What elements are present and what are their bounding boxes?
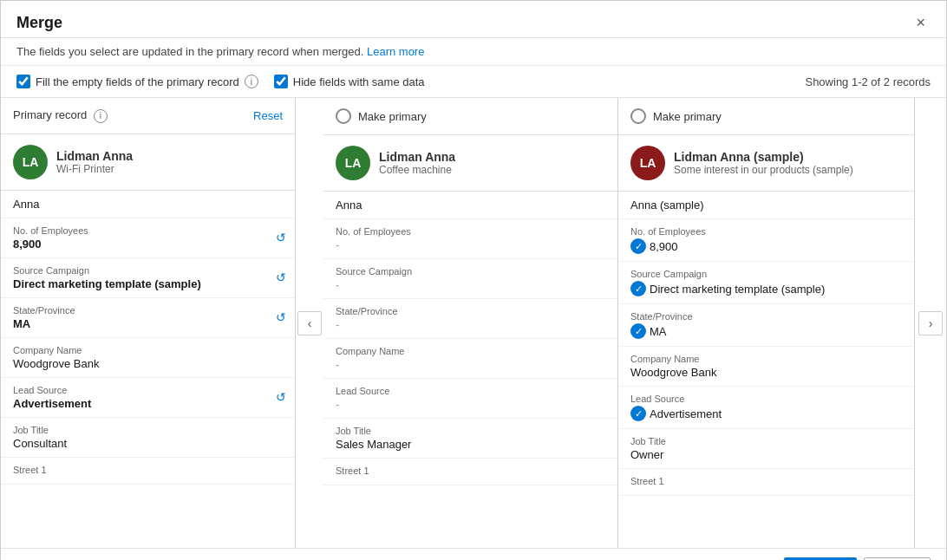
col3-company-value: Woodgrove Bank: [630, 366, 902, 379]
col2-state-value: -: [336, 318, 605, 331]
col3-leadsource-label: Lead Source: [630, 394, 902, 404]
col3-state-row[interactable]: State/Province ✓ MA: [618, 304, 914, 347]
col2-campaign-value: -: [336, 278, 605, 291]
col3-header-label: Make primary: [653, 110, 722, 123]
col1-employees-label: No. of Employees: [13, 225, 283, 236]
col3-leadsource-row-value: ✓ Advertisement: [630, 406, 902, 421]
col1-employees-reset-icon[interactable]: ↺: [276, 231, 286, 244]
col1-street-label: Street 1: [13, 465, 283, 475]
col3-record-sub: Some interest in our products (sample): [674, 164, 853, 176]
col2-state-row: State/Province -: [323, 299, 617, 339]
columns-area: Primary record i Reset LA Lidman Anna Wi…: [1, 98, 946, 548]
col2-company-row: Company Name -: [323, 339, 617, 379]
col1-state-value: MA: [13, 317, 283, 330]
col3-jobtitle-value: Owner: [630, 448, 902, 461]
col1-leadsource-row: Lead Source Advertisement ↺: [1, 378, 295, 418]
col2-employees-row: No. of Employees -: [323, 219, 617, 259]
reset-link[interactable]: Reset: [253, 109, 283, 122]
col1-state-reset-icon[interactable]: ↺: [276, 310, 286, 324]
primary-record-info-icon[interactable]: i: [94, 109, 108, 123]
col3-campaign-row-value: ✓ Direct marketing template (sample): [630, 281, 902, 296]
nav-arrow-left[interactable]: ‹: [297, 311, 322, 335]
col2-jobtitle-row: Job Title Sales Manager: [323, 419, 617, 459]
close-button[interactable]: ×: [911, 13, 931, 32]
col2-record-card: LA Lidman Anna Coffee machine: [323, 135, 617, 192]
col3-campaign-value: Direct marketing template (sample): [650, 283, 825, 296]
col3-firstname-row: Anna (sample): [618, 192, 914, 219]
col1-header: Primary record i Reset: [1, 98, 295, 134]
col1-firstname: Anna: [13, 198, 283, 211]
fill-empty-checkbox[interactable]: [16, 75, 30, 88]
col2-company-value: -: [336, 358, 605, 371]
col2-record-info: Lidman Anna Coffee machine: [379, 150, 455, 176]
col1-firstname-row: Anna: [1, 191, 295, 218]
col1-leadsource-label: Lead Source: [13, 385, 283, 395]
col3-campaign-label: Source Campaign: [630, 269, 902, 279]
col3-state-row-value: ✓ MA: [630, 323, 902, 339]
col1-employees-row: No. of Employees 8,900 ↺: [1, 218, 295, 258]
col3-street-row: Street 1: [618, 469, 914, 496]
col2-jobtitle-value: Sales Manager: [336, 438, 605, 451]
col2-firstname-row: Anna: [323, 192, 617, 219]
col1-campaign-row: Source Campaign Direct marketing templat…: [1, 258, 295, 298]
column-make-primary-2: Make primary LA Lidman Anna (sample) Som…: [618, 98, 915, 548]
col3-employees-row[interactable]: No. of Employees ✓ 8,900: [618, 219, 914, 262]
column-primary: Primary record i Reset LA Lidman Anna Wi…: [1, 98, 296, 548]
dialog-header: Merge ×: [1, 1, 946, 38]
chevron-left-icon: ‹: [308, 316, 312, 330]
col2-record-sub: Coffee machine: [379, 164, 455, 176]
col3-employees-label: No. of Employees: [630, 226, 902, 237]
hide-same-checkbox-label[interactable]: Hide fields with same data: [274, 75, 425, 88]
col1-employees-value: 8,900: [13, 238, 283, 251]
col2-leadsource-value: -: [336, 398, 605, 411]
col1-jobtitle-value: Consultant: [13, 437, 283, 450]
col2-avatar: LA: [336, 146, 370, 180]
col3-campaign-row[interactable]: Source Campaign ✓ Direct marketing templ…: [618, 262, 914, 304]
col1-campaign-value: Direct marketing template (sample): [13, 277, 283, 290]
col1-record-sub: Wi-Fi Printer: [56, 163, 133, 175]
primary-record-label: Primary record i: [13, 108, 108, 123]
dialog-subtitle: The fields you select are updated in the…: [1, 38, 946, 66]
col3-company-row: Company Name Woodgrove Bank: [618, 347, 914, 387]
col3-employees-value: 8,900: [650, 240, 678, 253]
col1-avatar: LA: [13, 145, 48, 179]
col2-header-label: Make primary: [358, 110, 427, 123]
nav-arrow-right[interactable]: ›: [918, 311, 943, 335]
col1-street-row: Street 1: [1, 458, 295, 485]
col3-record-card: LA Lidman Anna (sample) Some interest in…: [618, 135, 914, 192]
col3-header: Make primary: [618, 98, 914, 135]
fill-empty-checkbox-label[interactable]: Fill the empty fields of the primary rec…: [16, 75, 258, 88]
col1-record-name: Lidman Anna: [56, 149, 133, 163]
col2-campaign-label: Source Campaign: [336, 266, 605, 277]
col2-campaign-row: Source Campaign -: [323, 259, 617, 299]
col2-street-row: Street 1: [323, 459, 617, 485]
col3-state-label: State/Province: [630, 311, 902, 322]
chevron-right-icon: ›: [929, 316, 933, 330]
col3-leadsource-row[interactable]: Lead Source ✓ Advertisement: [618, 387, 914, 429]
col1-jobtitle-label: Job Title: [13, 425, 283, 435]
col2-leadsource-row: Lead Source -: [323, 379, 617, 419]
col2-employees-value: -: [336, 238, 605, 251]
col2-radio[interactable]: [336, 108, 351, 124]
fill-empty-info-icon[interactable]: i: [245, 75, 258, 88]
col2-firstname: Anna: [336, 199, 605, 212]
dialog-footer: Merge Back: [1, 548, 946, 560]
col3-employees-row-value: ✓ 8,900: [630, 238, 902, 254]
col3-street-label: Street 1: [630, 476, 902, 486]
col3-avatar: LA: [630, 146, 665, 180]
col2-employees-label: No. of Employees: [336, 226, 605, 237]
col3-radio[interactable]: [630, 108, 646, 124]
col1-campaign-reset-icon[interactable]: ↺: [276, 270, 286, 284]
col2-street-label: Street 1: [336, 466, 605, 476]
col3-company-label: Company Name: [630, 354, 902, 364]
column-make-primary-1: Make primary LA Lidman Anna Coffee machi…: [323, 98, 618, 548]
learn-more-link[interactable]: Learn more: [367, 45, 424, 58]
col2-state-label: State/Province: [336, 306, 605, 316]
col1-state-row: State/Province MA ↺: [1, 298, 295, 338]
col1-campaign-label: Source Campaign: [13, 265, 283, 276]
col3-firstname: Anna (sample): [630, 199, 902, 212]
hide-same-checkbox[interactable]: [274, 75, 288, 88]
col2-company-label: Company Name: [336, 346, 605, 356]
col1-leadsource-reset-icon[interactable]: ↺: [276, 390, 286, 404]
col3-jobtitle-label: Job Title: [630, 436, 902, 446]
